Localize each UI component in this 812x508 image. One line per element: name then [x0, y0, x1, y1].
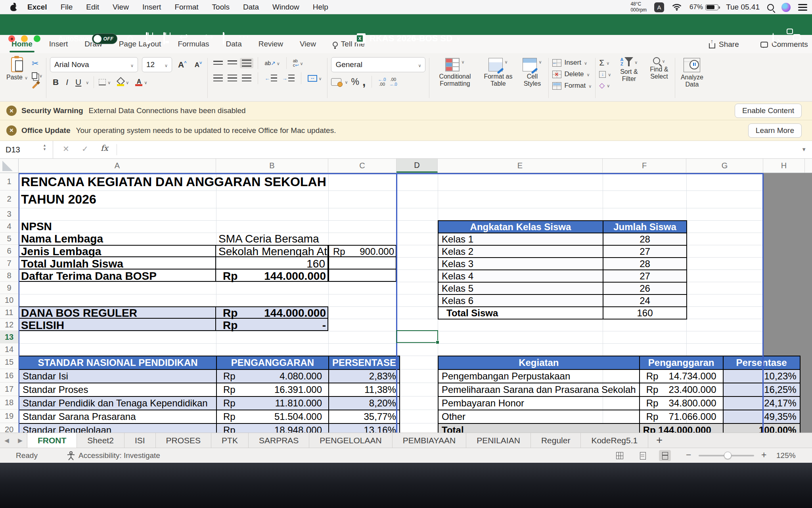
wifi-icon[interactable]	[672, 3, 682, 11]
minimize-window-button[interactable]	[21, 35, 28, 42]
row-header-11[interactable]: 11	[0, 306, 18, 319]
sheet-tab-pengelolaan[interactable]: PENGELOLAAN	[309, 433, 392, 448]
page-break-view-button[interactable]	[659, 450, 671, 461]
delete-cells-button[interactable]: Delete	[552, 70, 592, 78]
font-color-icon[interactable]: A	[135, 78, 142, 86]
input-source-icon[interactable]: A	[654, 2, 664, 12]
menu-insert[interactable]: Insert	[136, 3, 168, 12]
menu-data[interactable]: Data	[236, 3, 266, 12]
row-header-3[interactable]: 3	[0, 208, 18, 220]
sheet-tab-isi[interactable]: ISI	[124, 433, 156, 448]
enter-icon[interactable]: ✓	[82, 144, 88, 154]
cell-a11-label[interactable]: DANA BOS REGULER	[21, 307, 137, 319]
menu-view[interactable]: View	[106, 3, 136, 12]
copy-chevron-icon[interactable]	[39, 72, 42, 79]
row-header-20[interactable]: 20	[0, 423, 18, 433]
align-left-button[interactable]	[211, 73, 225, 83]
find-select-button[interactable]: Find & Select	[647, 57, 671, 90]
fill-color-chevron-icon[interactable]	[126, 79, 129, 86]
column-header-d[interactable]: D	[396, 159, 438, 173]
worksheet-grid[interactable]: RENCANA KEGIATAN DAN ANGGARAN SEKOLAH TA…	[0, 173, 812, 433]
save-icon[interactable]	[163, 33, 165, 44]
clear-chevron-icon[interactable]	[607, 82, 610, 89]
row-header-13[interactable]: 13	[0, 331, 18, 343]
row-header-18[interactable]: 18	[0, 396, 18, 410]
tab-review[interactable]: Review	[250, 35, 291, 53]
comma-style-button[interactable]: ,	[362, 78, 366, 85]
cell-a5-label[interactable]: Nama Lembaga	[21, 233, 103, 245]
align-bottom-button[interactable]	[240, 58, 253, 68]
row-header-8[interactable]: 8	[0, 269, 18, 282]
sheet-tab-pembiayaan[interactable]: PEMBIAYAAN	[393, 433, 466, 448]
table-row[interactable]: Kelas 427	[438, 270, 687, 282]
zoom-slider-knob[interactable]	[724, 452, 732, 459]
bold-button[interactable]: B	[50, 77, 61, 87]
row-header-4[interactable]: 4	[0, 220, 18, 233]
column-header-c[interactable]: C	[328, 159, 396, 173]
table-row[interactable]: Standar Sarana Prasarana Rp51.504.000 35…	[19, 410, 400, 423]
menu-file[interactable]: File	[54, 3, 80, 12]
cell-b5-value[interactable]: SMA Ceria Bersama	[218, 233, 319, 245]
kegiatan-header-2[interactable]: Penganggaran	[640, 356, 723, 369]
snp-header-2[interactable]: PENGANGGARAN	[216, 356, 329, 369]
table-row[interactable]: Kelas 624	[438, 294, 687, 307]
orientation-button[interactable]: ab↗	[262, 58, 282, 68]
sheet-tab-reguler[interactable]: Reguler	[531, 433, 581, 448]
cell-c6-amount[interactable]: 900.000	[328, 246, 394, 257]
cut-icon[interactable]: ✂	[32, 59, 42, 68]
undo-icon[interactable]: ↩	[179, 32, 188, 42]
search-icon[interactable]	[772, 34, 774, 44]
siri-icon[interactable]	[781, 3, 791, 12]
table-row[interactable]: Standar Isi Rp4.080.000 2,83%	[19, 369, 400, 383]
wrap-text-button[interactable]: abc↩	[291, 57, 305, 69]
cell-a7-label[interactable]: Total Jumlah Siswa	[21, 258, 123, 269]
tab-view[interactable]: View	[291, 35, 324, 53]
font-name-select[interactable]: Arial Nova	[50, 57, 138, 72]
table-row[interactable]: Pemeliharaan Sarana dan Prasarana Sekola…	[438, 383, 800, 396]
table-row[interactable]: Kelas 128	[438, 233, 687, 245]
cell-styles-button[interactable]: Cell Styles	[519, 58, 545, 88]
row-header-9[interactable]: 9	[0, 282, 18, 294]
conditional-formatting-button[interactable]: Conditional Formatting	[433, 58, 477, 88]
percent-style-button[interactable]: %	[351, 77, 359, 87]
row-header-12[interactable]: 12	[0, 319, 18, 331]
autosum-icon[interactable]: Σ	[599, 58, 604, 67]
kelas-total-row[interactable]: Total Siswa 160	[438, 307, 687, 319]
cell-a4-npsn[interactable]: NPSN	[21, 220, 52, 233]
increase-font-button[interactable]: A^	[176, 60, 189, 69]
underline-button[interactable]: U	[73, 77, 84, 87]
warning-x-icon[interactable]: ✕	[6, 106, 17, 116]
format-painter-icon[interactable]	[32, 83, 38, 89]
row-header-5[interactable]: 5	[0, 233, 18, 245]
cancel-icon[interactable]: ✕	[63, 144, 69, 154]
snp-header-3[interactable]: PERSENTASE	[329, 356, 400, 369]
add-sheet-button[interactable]: +	[648, 433, 670, 448]
cell-a2-title[interactable]: TAHUN 2026	[21, 190, 96, 208]
undo-chevron-icon[interactable]: ∨	[193, 36, 197, 46]
apple-menu-icon[interactable]	[10, 3, 17, 12]
decrease-font-button[interactable]: A˅	[193, 60, 204, 69]
accounting-chevron-icon[interactable]	[345, 78, 348, 85]
spotlight-search-icon[interactable]	[767, 4, 774, 11]
cell-a12-label[interactable]: SELISIH	[21, 319, 64, 331]
row-header-2[interactable]: 2	[0, 190, 18, 208]
home-icon[interactable]: ⌂	[127, 32, 133, 42]
learn-more-button[interactable]: Learn More	[748, 123, 802, 138]
kelas-header-1[interactable]: Angkatan Kelas Siswa	[438, 221, 603, 233]
sheet-nav-right-icon[interactable]: ▶	[13, 433, 27, 448]
cell-a1-title[interactable]: RENCANA KEGIATAN DAN ANGGARAN SEKOLAH	[21, 173, 326, 190]
zoom-level[interactable]: 125%	[776, 448, 796, 463]
menu-format[interactable]: Format	[168, 3, 205, 12]
accounting-format-icon[interactable]	[331, 78, 341, 86]
row-header-10[interactable]: 10	[0, 294, 18, 306]
cell-b11-amount[interactable]: 144.000.000	[216, 307, 326, 319]
zoom-in-button[interactable]: +	[761, 450, 766, 460]
accessibility-status[interactable]: Accessibility: Investigate	[79, 448, 160, 463]
new-document-icon[interactable]	[223, 33, 224, 44]
cell-a6-label[interactable]: Jenis Lembaga	[21, 246, 101, 257]
italic-button[interactable]: I	[63, 77, 71, 87]
close-window-button[interactable]	[8, 35, 15, 42]
table-row[interactable]: Other Rp71.066.000 49,35%	[438, 410, 800, 423]
borders-icon[interactable]	[99, 79, 106, 85]
formula-input[interactable]	[121, 142, 796, 157]
